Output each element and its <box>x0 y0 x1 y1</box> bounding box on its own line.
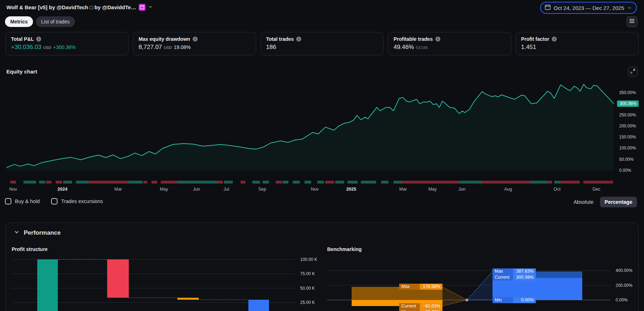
tab-metrics[interactable]: Metrics <box>5 16 33 27</box>
waterfall-bar-3 <box>177 298 199 300</box>
badge-value: −82.03% <box>420 303 442 309</box>
x-axis-label: Jun <box>458 187 466 192</box>
y-axis-label: 0.00% <box>616 298 628 302</box>
buy-hold-checkbox[interactable]: Buy & hold <box>5 198 40 204</box>
absolute-mode-button[interactable]: Absolute <box>573 199 593 205</box>
x-axis-label: Nov <box>9 187 17 192</box>
trade-strip-segment-win <box>23 181 36 184</box>
x-axis-label: Aug <box>504 187 512 192</box>
trade-strip-segment-win <box>76 181 89 184</box>
value-mode-switch: Absolute Percentage <box>573 197 637 207</box>
metric-card-label: Profitable tradesi <box>393 36 505 42</box>
badge-value: 387.63% <box>513 268 536 274</box>
trade-strip-segment-win <box>393 181 402 184</box>
metric-value: 1.451 <box>521 44 536 51</box>
y-axis-label: 0.00% <box>619 168 631 173</box>
y-axis-label: 50.00 K <box>300 286 315 291</box>
tab-list-of-trades[interactable]: List of trades <box>36 16 75 27</box>
info-icon[interactable]: i <box>552 37 557 42</box>
trade-strip-segment-win <box>335 181 344 184</box>
expand-icon <box>631 69 635 75</box>
metric-unit: USD <box>164 45 172 50</box>
metric-card-label: Total P&Li <box>11 36 123 42</box>
performance-collapse-toggle[interactable]: Performance <box>14 229 61 236</box>
metric-cards-row: Total P&Li+30,036.03USD+300.36%Max equit… <box>5 32 639 55</box>
benchmarking-chart: Max178.58%Current−82.03%Min−82.93%Max387… <box>327 264 610 311</box>
x-axis-label: Mar <box>399 187 407 192</box>
trade-strip-segment-win <box>224 181 233 184</box>
info-icon[interactable]: i <box>193 37 198 42</box>
current-value-badge: 300.36% <box>617 100 639 107</box>
trade-strip-segment-loss <box>89 181 128 184</box>
report-layout-button[interactable] <box>627 16 637 27</box>
trade-strip-segment-win <box>459 181 482 184</box>
y-axis-label: 25.00 K <box>300 300 315 305</box>
metric-extra: 19.08% <box>174 44 191 50</box>
checkbox-icon <box>51 198 57 204</box>
x-axis-label: Mar <box>114 187 122 192</box>
trade-strip-segment-win <box>282 181 288 184</box>
trades-excursions-checkbox[interactable]: Trades excursions <box>51 198 103 204</box>
metric-extra: +300.36% <box>53 44 76 50</box>
trade-strip-segment-loss <box>325 181 334 184</box>
buy-and-hold-badge-min: Min−82.93% <box>399 309 442 311</box>
trade-strip-segment-loss <box>161 181 177 184</box>
metric-card-value-row: +30,036.03USD+300.36% <box>11 44 123 51</box>
metric-card-label: Total tradesi <box>266 36 378 42</box>
y-axis-label: 200.00% <box>619 124 636 129</box>
trade-strip-segment-loss <box>482 181 530 184</box>
y-axis-label: 75.00 K <box>300 271 315 276</box>
view-tabs: Metrics List of trades <box>5 16 75 27</box>
metric-extra: 92/186 <box>416 45 428 50</box>
metric-label-text: Profit factor <box>521 36 549 42</box>
trade-strip-segment-win <box>347 181 358 184</box>
trade-strip-segment-loss <box>56 181 62 184</box>
badge-label: Current <box>399 303 420 309</box>
x-axis-label: Jun <box>193 187 200 192</box>
metric-card-label: Profit factori <box>521 36 633 42</box>
overlay-toggles: Buy & hold Trades excursions <box>5 198 103 204</box>
percentage-mode-button[interactable]: Percentage <box>600 197 637 207</box>
metric-card-5: Profit factori1.451 <box>516 32 639 55</box>
equity-curve-chart <box>6 77 614 170</box>
badge-label: Min <box>492 297 513 303</box>
equity-area-fill <box>6 84 614 170</box>
strategy-badge-current: Current300.36% <box>492 274 536 280</box>
chevron-down-icon <box>627 5 632 11</box>
strategy-calendar-icon <box>139 4 145 11</box>
x-axis-label: Oct <box>554 187 560 192</box>
date-range-button[interactable]: Oct 24, 2023 — Dec 27, 2025 <box>540 2 637 14</box>
trade-strip-segment-win <box>252 181 260 184</box>
trade-strip-segment-loss <box>547 181 552 184</box>
y-axis-label: 100.00 K <box>300 257 317 262</box>
info-icon[interactable]: i <box>296 37 301 42</box>
benchmarking-title: Benchmarking <box>327 246 362 252</box>
trade-strip-segment-loss <box>10 181 16 184</box>
badge-label: Max <box>492 268 513 274</box>
trade-strip-segment-win <box>39 181 45 184</box>
metric-value: 8,727.07 <box>138 44 162 51</box>
trade-strip-segment-win <box>317 181 324 184</box>
trade-strip-segment-loss <box>402 181 459 184</box>
y-axis-label: 350.00% <box>619 90 636 95</box>
trade-strip-segment-loss <box>46 181 51 184</box>
buy-and-hold-badge-max: Max178.58% <box>399 284 442 290</box>
x-axis-label: 2025 <box>346 187 356 192</box>
badge-label: Min <box>399 309 420 311</box>
strategy-header: Wolf & Bear [v5] by @DavidTech □ by @Dav… <box>6 4 153 11</box>
strategy-badge-min: Min0.00% <box>492 297 536 303</box>
info-icon[interactable]: i <box>435 37 440 42</box>
info-icon[interactable]: i <box>36 37 41 42</box>
badge-value: 178.58% <box>420 284 442 290</box>
trades-excursions-label: Trades excursions <box>61 198 103 204</box>
trade-strip-segment-win <box>304 181 311 184</box>
expand-chart-button[interactable] <box>628 67 638 76</box>
trade-strip-segment-win <box>263 181 269 184</box>
x-axis-label: May <box>428 187 437 192</box>
chevron-down-icon[interactable] <box>148 4 153 11</box>
y-axis-label: 400.00% <box>616 268 632 273</box>
trade-strip-segment-loss <box>218 181 223 184</box>
metric-card-2: Max equity drawdowni8,727.07USD19.08% <box>133 32 256 55</box>
strategy-badge-max: Max387.63% <box>492 268 536 274</box>
metric-card-label: Max equity drawdowni <box>138 36 250 42</box>
